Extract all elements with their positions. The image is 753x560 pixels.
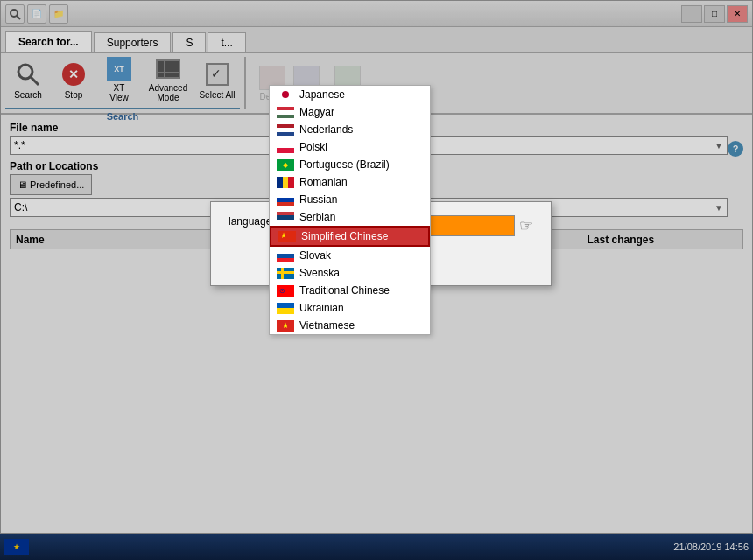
- dropdown-item[interactable]: Nederlands: [270, 121, 430, 138]
- dropdown-item[interactable]: Traditional Chinese: [270, 282, 430, 299]
- dropdown-item-label: Ukrainian: [299, 302, 344, 314]
- flag-taiwan: [277, 285, 294, 297]
- dropdown-item[interactable]: Portuguese (Brazil): [270, 156, 430, 173]
- flag-sweden: [277, 268, 294, 279]
- flag-russia: [277, 194, 294, 206]
- dropdown-item[interactable]: Ukrainian: [270, 299, 430, 317]
- dropdown-item[interactable]: Vietnamese: [270, 317, 430, 334]
- flag-poland: [277, 142, 294, 153]
- language-label: language:: [229, 215, 275, 228]
- dropdown-item-label: Svenska: [299, 267, 340, 279]
- dropdown-item-label: Nederlands: [299, 123, 353, 136]
- flag-ukraine: [277, 303, 294, 314]
- dropdown-item-label: Romanian: [299, 176, 348, 188]
- flag-china: [278, 231, 296, 242]
- flag-slovak: [277, 250, 294, 262]
- dropdown-item-label: Polski: [299, 141, 327, 153]
- dropdown-item[interactable]: Slovak: [270, 247, 430, 264]
- dropdown-item[interactable]: Svenska: [270, 264, 430, 282]
- dropdown-item-label: Russian: [299, 193, 337, 206]
- dropdown-item-label: Japanese: [299, 88, 345, 101]
- dropdown-item-label: Magyar: [299, 106, 334, 118]
- flag-brazil: [277, 159, 294, 171]
- flag-netherlands: [277, 124, 294, 136]
- dropdown-item-label: Vietnamese: [299, 319, 355, 332]
- dropdown-item[interactable]: Polski: [270, 138, 430, 156]
- cursor-icon: ☞: [519, 216, 533, 235]
- flag-vietnam: [277, 320, 294, 332]
- dropdown-item[interactable]: Russian: [270, 191, 430, 208]
- flag-serbia: [277, 212, 294, 223]
- flag-romania: [277, 177, 294, 188]
- dropdown-item[interactable]: Japanese: [270, 86, 430, 103]
- dropdown-item-label: Slovak: [299, 249, 331, 262]
- dropdown-item[interactable]: Serbian: [270, 208, 430, 226]
- language-dropdown-menu[interactable]: JapaneseMagyarNederlandsPolskiPortuguese…: [269, 85, 431, 335]
- dropdown-item-label: Simplified Chinese: [301, 230, 388, 242]
- dropdown-item-label: Traditional Chinese: [299, 284, 390, 297]
- dropdown-item[interactable]: Romanian: [270, 173, 430, 191]
- dropdown-item[interactable]: Simplified Chinese: [270, 226, 430, 247]
- flag-japan: [277, 89, 294, 101]
- flag-hungary: [277, 107, 294, 118]
- dropdown-item-label: Portuguese (Brazil): [299, 158, 390, 171]
- dropdown-item[interactable]: Magyar: [270, 103, 430, 121]
- dropdown-item-label: Serbian: [299, 211, 335, 223]
